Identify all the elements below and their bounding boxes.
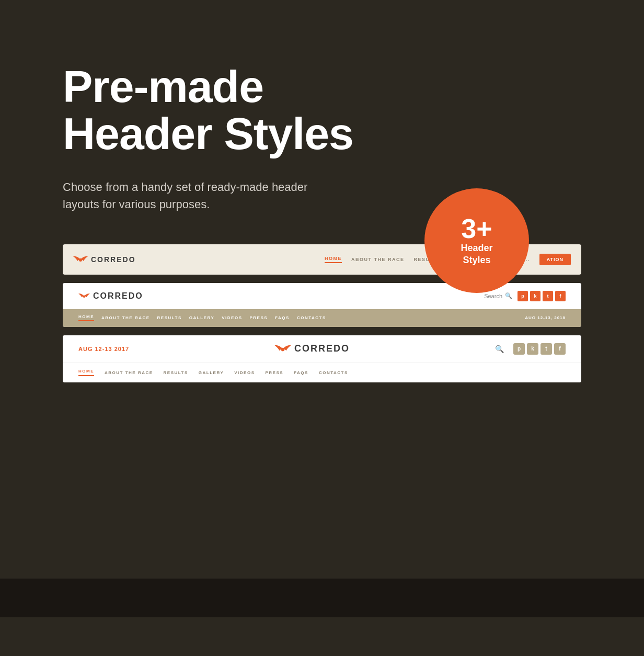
- preview-3-right: 🔍 p k t f: [495, 343, 566, 355]
- nav-gallery-2[interactable]: GALLERY: [189, 315, 214, 320]
- logo-area-2: CORREDO: [78, 291, 143, 301]
- logo-text-1: CORREDO: [91, 255, 136, 264]
- nav-results-3[interactable]: RESULTS: [164, 370, 188, 375]
- nav-videos-2[interactable]: VIDEOS: [222, 315, 242, 320]
- instagram-icon-2[interactable]: k: [530, 291, 540, 301]
- search-label-2: Search: [484, 293, 502, 299]
- badge-circle: 3+ HeaderStyles: [424, 188, 529, 293]
- nav-gallery-3[interactable]: GALLERY: [199, 370, 224, 375]
- preview-3-nav: HOME ABOUT THE RACE RESULTS GALLERY VIDE…: [63, 363, 581, 382]
- social-icons-2: p k t f: [518, 291, 566, 301]
- facebook-icon-2[interactable]: f: [555, 291, 566, 301]
- nav-home-2[interactable]: HOME: [78, 314, 94, 321]
- preview-3-date: AUG 12-13 2017: [78, 346, 129, 352]
- preview-2-right: Search 🔍 p k t f: [484, 291, 566, 301]
- preview-2-nav: HOME ABOUT THE RACE RESULTS GALLERY VIDE…: [63, 309, 581, 327]
- nav-videos-3[interactable]: VIDEOS: [234, 370, 255, 375]
- twitter-icon-2[interactable]: t: [543, 291, 553, 301]
- search-area-2[interactable]: Search 🔍: [484, 292, 512, 299]
- nav-faqs-2[interactable]: FAQS: [275, 315, 290, 320]
- svg-point-0: [79, 258, 82, 262]
- header-style-2: CORREDO Search 🔍 p k t f: [63, 283, 581, 327]
- badge-number: 3+: [461, 215, 492, 242]
- preview-2-top: CORREDO Search 🔍 p k t f: [63, 283, 581, 309]
- logo-area-1: CORREDO: [73, 255, 136, 264]
- nav-cta-1[interactable]: ATION: [539, 254, 571, 265]
- social-icons-3: p k t f: [513, 343, 566, 355]
- nav-about-3[interactable]: ABOUT THE RACE: [105, 370, 153, 375]
- main-section: Pre-made Header Styles Choose from a han…: [0, 0, 644, 617]
- logo-text-2: CORREDO: [93, 291, 143, 301]
- nav-date-2: AUG 12-13, 2018: [525, 315, 566, 320]
- search-icon-2[interactable]: 🔍: [505, 292, 512, 299]
- nav-contacts-2[interactable]: CONTACTS: [297, 315, 326, 320]
- content-area: Pre-made Header Styles Choose from a han…: [0, 42, 644, 414]
- pinterest-icon-2[interactable]: p: [518, 291, 528, 301]
- wing-icon-1: [73, 255, 88, 264]
- badge-text: HeaderStyles: [461, 242, 492, 267]
- nav-contacts-3[interactable]: CONTACTS: [319, 370, 348, 375]
- page-subheadline: Choose from a handy set of ready-made he…: [63, 178, 335, 213]
- logo-text-3: CORREDO: [294, 343, 350, 354]
- nav-faqs-3[interactable]: FAQS: [294, 370, 308, 375]
- svg-point-1: [83, 295, 86, 298]
- pinterest-icon-3[interactable]: p: [513, 343, 525, 355]
- nav-results-2[interactable]: RESULTS: [157, 315, 182, 320]
- wing-icon-2: [78, 292, 90, 300]
- bottom-bar: [0, 579, 644, 617]
- nav-about-2[interactable]: ABOUT THE RACE: [101, 315, 150, 320]
- wing-icon-3: [274, 344, 291, 354]
- logo-area-3: CORREDO: [274, 343, 350, 354]
- search-icon-3[interactable]: 🔍: [495, 345, 504, 353]
- nav-press-2[interactable]: PRESS: [249, 315, 268, 320]
- header-style-3: AUG 12-13 2017 CORREDO 🔍 p k: [63, 335, 581, 382]
- nav-item-about-1[interactable]: ABOUT THE RACE: [351, 257, 405, 262]
- instagram-icon-3[interactable]: k: [527, 343, 538, 355]
- twitter-icon-3[interactable]: t: [540, 343, 552, 355]
- nav-home-3[interactable]: HOME: [78, 369, 94, 376]
- facebook-icon-3[interactable]: f: [554, 343, 566, 355]
- svg-point-2: [281, 347, 285, 351]
- nav-items-2: HOME ABOUT THE RACE RESULTS GALLERY VIDE…: [78, 314, 326, 321]
- preview-3-top: AUG 12-13 2017 CORREDO 🔍 p k: [63, 335, 581, 363]
- nav-item-home-1[interactable]: HOME: [325, 256, 342, 263]
- nav-press-3[interactable]: PRESS: [265, 370, 283, 375]
- page-headline: Pre-made Header Styles: [63, 63, 581, 157]
